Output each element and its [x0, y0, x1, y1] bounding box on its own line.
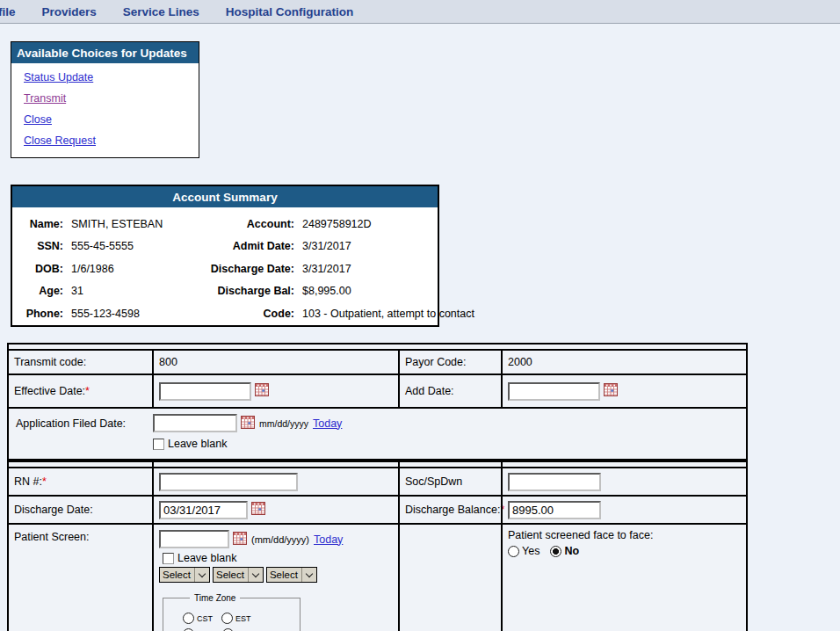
discharge-date-label: Discharge Date:	[206, 263, 294, 275]
age-value: 31	[71, 285, 199, 297]
age-label: Age:	[19, 285, 63, 297]
discharge-balance-input[interactable]	[508, 501, 601, 519]
leave-blank-checkbox[interactable]	[163, 553, 174, 564]
timezone-option-cst[interactable]: CST	[183, 613, 213, 624]
chevron-down-icon	[194, 568, 209, 582]
chevron-down-icon	[248, 568, 263, 582]
today-link[interactable]: Today	[313, 417, 342, 430]
discharge-bal-value: $8,995.00	[302, 285, 431, 297]
account-summary-row: DOB: 1/6/1986 Discharge Date: 3/31/2017	[19, 257, 431, 280]
ssn-value: 555-45-5555	[71, 240, 199, 252]
discharge-form-table: RN #:* Soc/SpDwn Discharge Date: Dischar…	[7, 461, 748, 631]
account-summary-row: Phone: 555-123-4598 Code: 103 - Outpatie…	[19, 302, 431, 325]
cst-radio[interactable]	[183, 613, 194, 624]
close-request-link[interactable]: Close Request	[24, 134, 199, 147]
est-radio[interactable]	[221, 613, 233, 624]
payor-code-value: 2000	[508, 356, 532, 368]
calendar-icon[interactable]	[251, 502, 265, 518]
name-value: SMITH, ESTEBAN	[71, 218, 199, 230]
leave-blank-label: Leave blank	[177, 552, 236, 564]
calendar-icon[interactable]	[255, 383, 269, 399]
transmit-code-value: 800	[159, 356, 177, 368]
calendar-icon[interactable]	[604, 383, 618, 399]
nav-item-hospital-configuration[interactable]: Hospital Configuration	[226, 5, 354, 18]
close-link[interactable]: Close	[24, 113, 199, 126]
timezone-option-est[interactable]: EST	[221, 613, 251, 624]
soc-spdwn-label: Soc/SpDwn	[405, 475, 462, 488]
name-label: Name:	[19, 218, 63, 230]
time-zone-legend: Time Zone	[190, 593, 240, 603]
account-summary-title: Account Summary	[12, 186, 438, 207]
screen-select-1[interactable]: Select	[159, 567, 210, 583]
face-to-face-yes[interactable]: Yes	[508, 545, 539, 557]
available-choices-title: Available Choices for Updates	[11, 42, 199, 63]
account-label: Account:	[206, 218, 294, 230]
calendar-icon[interactable]	[241, 416, 255, 432]
application-filed-date-label: Application Filed Date:	[16, 417, 153, 430]
yes-radio[interactable]	[508, 546, 519, 557]
nav-item-service-lines[interactable]: Service Lines	[123, 5, 199, 18]
dob-label: DOB:	[19, 263, 63, 275]
account-value: 2489758912D	[302, 218, 431, 230]
transmit-form-table: Transmit code: 800 Payor Code: 2000 Effe…	[7, 343, 748, 461]
available-choices-panel: Available Choices for Updates Status Upd…	[11, 41, 199, 158]
phone-label: Phone:	[19, 308, 63, 320]
account-summary-row: Name: SMITH, ESTEBAN Account: 2489758912…	[19, 213, 431, 236]
transmit-code-label: Transmit code:	[14, 356, 86, 368]
discharge-date-input[interactable]	[159, 501, 248, 519]
transmit-link[interactable]: Transmit	[24, 92, 199, 105]
discharge-balance-label: Discharge Balance:*	[405, 504, 504, 516]
phone-value: 555-123-4598	[71, 308, 199, 320]
application-filed-date-input[interactable]	[153, 414, 237, 432]
discharge-bal-label: Discharge Bal:	[206, 285, 294, 297]
admit-date-value: 3/31/2017	[302, 240, 431, 252]
nav-item-profile[interactable]: file	[0, 5, 16, 18]
account-summary-panel: Account Summary Name: SMITH, ESTEBAN Acc…	[11, 185, 439, 327]
ssn-label: SSN:	[19, 240, 63, 252]
time-zone-fieldset: Time Zone CST EST MST	[163, 593, 301, 631]
add-date-input[interactable]	[508, 382, 600, 401]
date-format-hint: mm/dd/yyyy	[259, 418, 308, 429]
nav-item-providers[interactable]: Providers	[42, 5, 97, 18]
effective-date-label: Effective Date:*	[14, 385, 90, 397]
account-summary-row: SSN: 555-45-5555 Admit Date: 3/31/2017	[19, 236, 431, 258]
payor-code-label: Payor Code:	[405, 356, 466, 368]
face-to-face-no[interactable]: No	[550, 545, 579, 557]
rn-number-label: RN #:*	[14, 475, 47, 488]
status-update-link[interactable]: Status Update	[24, 71, 199, 83]
date-format-hint: (mm/dd/yyyy)	[251, 534, 309, 545]
no-radio[interactable]	[550, 546, 561, 557]
today-link[interactable]: Today	[314, 533, 343, 546]
screen-select-3[interactable]: Select	[266, 567, 317, 583]
patient-screen-date-input[interactable]	[159, 530, 229, 548]
code-label: Code:	[206, 308, 294, 320]
face-to-face-label: Patient screened face to face:	[508, 529, 653, 541]
discharge-date-field-label: Discharge Date:	[14, 504, 93, 516]
effective-date-input[interactable]	[159, 382, 251, 401]
account-summary-row: Age: 31 Discharge Bal: $8,995.00	[19, 280, 431, 303]
discharge-date-value: 3/31/2017	[302, 263, 431, 275]
patient-screen-label: Patient Screen:	[14, 531, 89, 543]
admit-date-label: Admit Date:	[206, 240, 294, 252]
chevron-down-icon	[301, 568, 316, 582]
leave-blank-label: Leave blank	[168, 438, 227, 450]
top-nav: file Providers Service Lines Hospital Co…	[0, 0, 840, 24]
face-to-face-cell: Patient screened face to face: Yes No	[501, 525, 746, 631]
rn-number-input[interactable]	[159, 473, 298, 491]
calendar-icon[interactable]	[233, 532, 247, 548]
code-value: 103 - Outpatient, attempt to contact	[302, 308, 474, 320]
dob-value: 1/6/1986	[71, 263, 199, 275]
soc-spdwn-input[interactable]	[508, 473, 601, 491]
add-date-label: Add Date:	[405, 385, 454, 397]
screen-select-2[interactable]: Select	[213, 567, 264, 583]
leave-blank-checkbox[interactable]	[153, 439, 164, 450]
